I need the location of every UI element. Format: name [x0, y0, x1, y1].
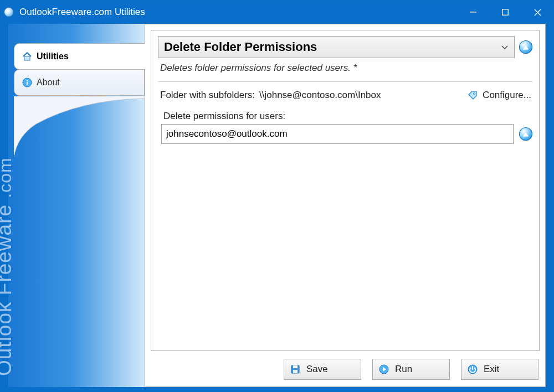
tab-utilities[interactable]: Utilities [14, 43, 145, 70]
content-area: Delete Folder Permissions Deletes folder… [151, 30, 540, 351]
svg-rect-2 [24, 56, 30, 60]
tab-label: Utilities [37, 51, 69, 61]
eject-up-icon [523, 45, 529, 49]
window-body: Utilities About Outlook Freeware .com [1, 24, 553, 391]
footer-buttons: Save Run [145, 357, 545, 386]
run-button[interactable]: Run [372, 359, 450, 380]
permissions-input[interactable] [161, 124, 514, 144]
folder-label: Folder with subfolders: [160, 90, 255, 101]
panel-description: Deletes folder permissions for selected … [158, 58, 532, 81]
app-icon [4, 7, 14, 17]
folder-row: Folder with subfolders: \\johnse@contoso… [158, 89, 532, 111]
svg-rect-8 [293, 365, 297, 368]
info-icon [22, 78, 32, 87]
chevron-down-icon [501, 43, 509, 51]
maximize-button[interactable] [489, 1, 521, 24]
tab-blend-decoration [14, 96, 145, 157]
home-icon [22, 51, 32, 61]
window-controls [457, 1, 553, 24]
divider [158, 81, 532, 82]
eject-up-icon [523, 132, 529, 136]
svg-rect-9 [293, 370, 297, 373]
save-icon [290, 364, 301, 375]
configure-link[interactable]: Configure... [483, 90, 531, 101]
minimize-button[interactable] [457, 1, 489, 24]
svg-point-6 [474, 93, 475, 95]
permissions-action-button[interactable] [519, 127, 532, 141]
tag-icon [467, 90, 478, 101]
svg-rect-4 [27, 82, 28, 85]
collapse-panel-button[interactable] [519, 40, 532, 54]
sidebar: Utilities About Outlook Freeware .com [1, 24, 145, 387]
app-window: OutlookFreeware.com Utilities [0, 0, 554, 392]
panel-header-row: Delete Folder Permissions [158, 36, 532, 58]
close-button[interactable] [521, 1, 553, 24]
brand-main: Outlook Freeware [0, 204, 16, 376]
brand-domain: .com [0, 157, 15, 198]
tab-label: About [37, 78, 60, 87]
power-icon [467, 364, 478, 375]
save-button[interactable]: Save [284, 359, 361, 380]
brand-watermark: Outlook Freeware .com [0, 157, 16, 376]
exit-button[interactable]: Exit [461, 359, 538, 380]
exit-label: Exit [484, 364, 499, 375]
window-title: OutlookFreeware.com Utilities [19, 7, 457, 18]
panel-heading-text: Delete Folder Permissions [164, 40, 317, 54]
svg-point-5 [27, 80, 28, 81]
svg-rect-0 [470, 12, 476, 13]
panel-heading-dropdown[interactable]: Delete Folder Permissions [158, 36, 515, 58]
tab-about[interactable]: About [14, 69, 145, 96]
play-icon [378, 364, 389, 375]
folder-value: \\johnse@contoso.com\Inbox [259, 90, 381, 101]
titlebar: OutlookFreeware.com Utilities [1, 1, 553, 24]
svg-rect-1 [502, 9, 509, 16]
run-label: Run [395, 364, 412, 375]
permissions-row [158, 124, 532, 144]
permissions-label: Delete permissions for users: [158, 111, 532, 122]
save-label: Save [306, 364, 328, 375]
main-panel: Delete Folder Permissions Deletes folder… [145, 24, 546, 387]
